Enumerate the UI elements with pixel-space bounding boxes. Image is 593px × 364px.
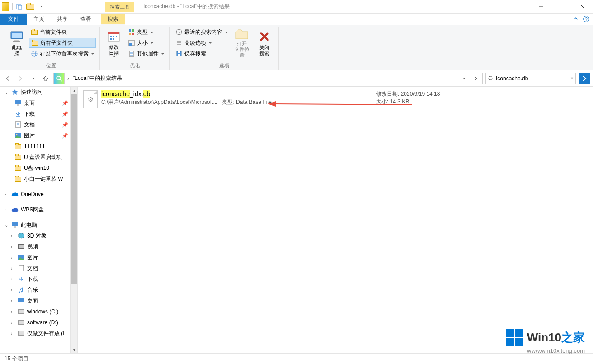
desktop-icon <box>14 99 22 107</box>
qat-properties[interactable] <box>14 1 25 12</box>
minimize-button[interactable] <box>531 0 551 14</box>
maximize-button[interactable] <box>551 0 572 14</box>
drive-icon <box>18 330 25 337</box>
sidebar-documents[interactable]: 文档📌 <box>0 119 77 130</box>
svg-point-54 <box>16 134 18 135</box>
current-folder-button[interactable]: 当前文件夹 <box>29 27 96 37</box>
breadcrumb-chevron-icon[interactable]: › <box>65 75 72 82</box>
tab-file[interactable]: 文件 <box>0 14 27 25</box>
svg-rect-15 <box>110 36 112 37</box>
svg-rect-3 <box>560 5 564 9</box>
svg-rect-9 <box>13 41 20 42</box>
tab-home[interactable]: 主页 <box>27 14 51 25</box>
search-go-button[interactable] <box>579 73 590 84</box>
sidebar-drive-e[interactable]: ›仅做文件存放 (E <box>0 328 77 339</box>
modify-date-button[interactable]: 修改 日期 <box>104 27 124 59</box>
scroll-down-icon[interactable]: ▾ <box>71 346 78 353</box>
close-button[interactable] <box>572 0 593 14</box>
status-bar: 15 个项目 <box>0 353 593 364</box>
size-button[interactable]: 大小 <box>126 38 166 48</box>
ribbon-group-optimize: 修改 日期 类型 大小 其他属性 优化 <box>100 27 170 70</box>
back-button[interactable] <box>3 74 13 84</box>
forward-button[interactable] <box>15 74 25 84</box>
ribbon-tabs: 文件 主页 共享 查看 搜索 ? <box>0 14 593 25</box>
search-again-in-button[interactable]: 在以下位置再次搜索 <box>29 49 96 59</box>
main-area: ⌄快速访问 桌面📌 下载📌 文档📌 图片📌 1111111 U 盘设置启动项 U… <box>0 87 593 353</box>
svg-rect-56 <box>14 226 16 228</box>
search-input[interactable] <box>496 75 569 82</box>
sidebar-folder-2[interactable]: U 盘设置启动项 <box>0 152 77 163</box>
search-box[interactable]: × <box>485 73 576 84</box>
sidebar-desktop[interactable]: 桌面📌 <box>0 98 77 108</box>
recent-searches-button[interactable]: 最近的搜索内容 <box>174 27 230 37</box>
sidebar-videos[interactable]: ›视频 <box>0 241 77 252</box>
address-dropdown-button[interactable] <box>459 73 468 84</box>
svg-point-41 <box>57 76 61 80</box>
ribbon-group-options: 最近的搜索内容 高级选项 保存搜索 打开 文件位置 关闭 搜索 选项 <box>170 27 279 70</box>
clear-search-icon[interactable]: × <box>570 75 574 82</box>
app-icon[interactable] <box>0 1 11 12</box>
sidebar-drive-d[interactable]: ›software (D:) <box>0 317 77 328</box>
sidebar-folder-3[interactable]: U盘-win10 <box>0 163 77 173</box>
svg-line-46 <box>492 79 494 81</box>
open-file-location-button[interactable]: 打开 文件位置 <box>231 27 252 59</box>
advanced-options-button[interactable]: 高级选项 <box>174 38 230 48</box>
svg-marker-63 <box>268 101 276 107</box>
tab-search[interactable]: 搜索 <box>101 14 125 25</box>
sidebar-folder-1[interactable]: 1111111 <box>0 141 77 152</box>
sidebar-documents-2[interactable]: ›文档 <box>0 263 77 274</box>
type-button[interactable]: 类型 <box>126 27 166 37</box>
sidebar-this-pc[interactable]: ⌄此电脑 <box>0 219 77 230</box>
stop-refresh-button[interactable] <box>471 73 483 84</box>
svg-rect-21 <box>132 29 134 32</box>
sidebar-scrollbar[interactable]: ▴ ▾ <box>70 87 77 353</box>
tab-share[interactable]: 共享 <box>51 14 74 25</box>
sidebar-music[interactable]: ›音乐 <box>0 285 77 295</box>
svg-rect-25 <box>129 43 132 46</box>
cube-icon <box>18 232 25 239</box>
folder-icon <box>31 28 38 36</box>
computer-icon <box>11 221 19 229</box>
svg-rect-48 <box>17 104 19 106</box>
address-bar[interactable]: › "Local"中的搜索结果 <box>53 73 468 84</box>
sidebar-pictures-2[interactable]: ›图片 <box>0 252 77 263</box>
sidebar-desktop-2[interactable]: ›桌面 <box>0 295 77 306</box>
gear-icon: ⚙ <box>88 96 94 103</box>
ribbon-collapse-icon[interactable] <box>573 16 579 22</box>
scroll-up-icon[interactable]: ▴ <box>71 87 78 94</box>
windows-logo-icon <box>506 329 523 346</box>
music-icon <box>18 286 25 294</box>
sidebar-drive-c[interactable]: ›windows (C:) <box>0 306 77 317</box>
qat-customize-dropdown[interactable] <box>36 1 47 12</box>
close-search-button[interactable]: 关闭 搜索 <box>254 27 275 59</box>
sidebar-downloads[interactable]: 下载📌 <box>0 108 77 119</box>
sidebar-quick-access[interactable]: ⌄快速访问 <box>0 87 77 98</box>
sidebar-wps[interactable]: ›WPS网盘 <box>0 204 77 215</box>
svg-rect-60 <box>19 265 24 271</box>
annotation-arrow <box>268 100 412 109</box>
sidebar-pictures[interactable]: 图片📌 <box>0 130 77 141</box>
svg-rect-55 <box>12 222 18 226</box>
other-props-button[interactable]: 其他属性 <box>126 49 166 59</box>
sidebar-folder-4[interactable]: 小白一键重装 W <box>0 173 77 184</box>
scroll-thumb[interactable] <box>71 94 77 284</box>
tab-view[interactable]: 查看 <box>74 14 98 25</box>
recent-locations-button[interactable] <box>28 74 38 84</box>
sidebar-onedrive[interactable]: ›OneDrive <box>0 189 77 200</box>
drive-icon <box>18 308 25 315</box>
address-path[interactable]: "Local"中的搜索结果 <box>72 75 123 82</box>
this-pc-button[interactable]: 此电 脑 <box>6 27 27 59</box>
svg-rect-61 <box>18 298 24 302</box>
help-icon[interactable]: ? <box>583 16 589 22</box>
download-icon <box>14 110 22 117</box>
sidebar-3d-objects[interactable]: ›3D 对象 <box>0 230 77 241</box>
save-search-button[interactable]: 保存搜索 <box>174 49 230 59</box>
result-path: C:\用户\Administrator\AppData\Local\Micros… <box>101 99 217 105</box>
sidebar-downloads-2[interactable]: ›下载 <box>0 274 77 285</box>
folder-tree-icon <box>31 39 38 47</box>
search-results-icon <box>54 73 65 84</box>
all-subfolders-button[interactable]: 所有子文件夹 <box>29 38 96 48</box>
up-button[interactable] <box>41 74 51 84</box>
qat-new-folder[interactable] <box>25 1 36 12</box>
svg-line-42 <box>60 79 62 81</box>
